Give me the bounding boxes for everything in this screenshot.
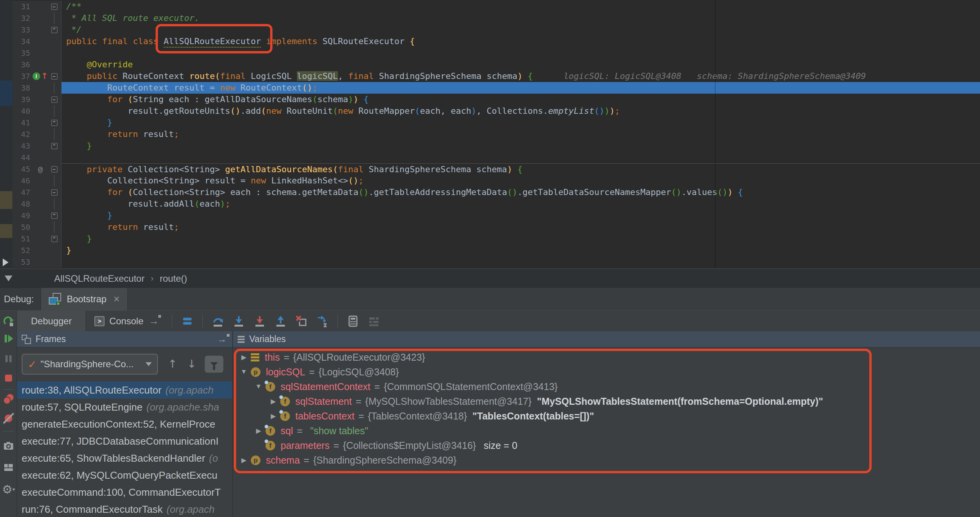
line-number[interactable]: 43 bbox=[12, 140, 32, 152]
line-number[interactable]: 52 bbox=[12, 245, 32, 256]
line-number[interactable]: 34 bbox=[12, 36, 32, 47]
code-text[interactable]: RouteContext result = new RouteContext()… bbox=[62, 82, 980, 94]
variable-row[interactable]: ▶ftablesContext={TablesContext@3418}"Tab… bbox=[233, 409, 980, 423]
step-into-button[interactable] bbox=[232, 315, 245, 328]
fold-marker-icon[interactable]: − bbox=[51, 3, 58, 10]
pause-program-button[interactable] bbox=[2, 352, 15, 365]
class-name-token[interactable]: AllSQLRouteExecutor bbox=[164, 36, 261, 48]
variable-row[interactable]: ▶fsql="show tables" bbox=[233, 423, 980, 438]
step-over-button[interactable] bbox=[211, 315, 224, 328]
line-number[interactable]: 46 bbox=[12, 175, 32, 187]
line-number[interactable]: 48 bbox=[12, 198, 32, 210]
line-number[interactable]: 47 bbox=[12, 187, 32, 198]
rerun-button[interactable] bbox=[0, 311, 17, 331]
line-number[interactable]: 53 bbox=[12, 256, 32, 268]
fold-marker-icon[interactable]: ^ bbox=[51, 27, 58, 33]
next-frame-button[interactable]: ↓ bbox=[187, 359, 196, 370]
code-text[interactable]: public final class AllSQLRouteExecutor i… bbox=[62, 36, 980, 47]
code-text[interactable]: } bbox=[62, 117, 980, 128]
stack-frame-row[interactable]: run:76, CommandExecutorTask(org.apach bbox=[17, 501, 232, 517]
code-text[interactable]: } bbox=[62, 245, 980, 256]
code-text[interactable]: /** bbox=[62, 1, 980, 12]
code-text[interactable]: } bbox=[62, 233, 980, 245]
stack-frame-row[interactable]: execute:62, MySQLComQueryPacketExecu bbox=[17, 467, 232, 484]
thread-dump-camera-button[interactable] bbox=[2, 439, 15, 452]
breadcrumb-method[interactable]: route() bbox=[160, 273, 187, 284]
fold-marker-icon[interactable]: − bbox=[51, 189, 58, 196]
hide-panel-icon[interactable]: → bbox=[217, 334, 227, 345]
stack-frame-row[interactable]: route:57, SQLRouteEngine(org.apache.sha bbox=[17, 399, 232, 416]
stack-frame-row[interactable]: executeCommand:100, CommandExecutorT bbox=[17, 484, 232, 501]
code-text[interactable]: private Collection<String> getAllDataSou… bbox=[62, 163, 980, 175]
expand-arrow-icon[interactable]: ▶ bbox=[252, 427, 266, 435]
expand-right-icon[interactable] bbox=[3, 258, 9, 266]
force-step-into-button[interactable] bbox=[253, 315, 266, 328]
jump-to-output-icon[interactable]: → bbox=[149, 315, 159, 327]
code-text[interactable]: return result; bbox=[62, 221, 980, 233]
line-number[interactable]: 33 bbox=[12, 24, 32, 36]
stack-frame-row[interactable]: route:38, AllSQLRouteExecutor(org.apach bbox=[17, 382, 232, 399]
code-text[interactable]: result.getRouteUnits().add(new RouteUnit… bbox=[62, 105, 980, 117]
variable-row[interactable]: ▶fsqlStatement={MySQLShowTablesStatement… bbox=[233, 394, 980, 409]
code-text[interactable] bbox=[62, 256, 980, 268]
code-text[interactable]: Collection<String> result = new LinkedHa… bbox=[62, 175, 980, 187]
previous-frame-button[interactable]: ↑ bbox=[168, 359, 177, 370]
variable-row[interactable]: ▶this={AllSQLRouteExecutor@3423} bbox=[233, 350, 980, 365]
expand-arrow-icon[interactable]: ▶ bbox=[266, 412, 280, 420]
stack-frame-row[interactable]: execute:77, JDBCDatabaseCommunicationI bbox=[17, 433, 232, 450]
expand-arrow-icon[interactable]: ▶ bbox=[237, 456, 251, 464]
line-number[interactable]: 32 bbox=[12, 12, 32, 24]
expand-arrow-icon[interactable]: ▼ bbox=[237, 368, 251, 376]
fold-marker-icon[interactable]: ^ bbox=[51, 143, 58, 149]
close-icon[interactable]: × bbox=[113, 293, 120, 305]
fold-marker-icon[interactable]: − bbox=[51, 166, 58, 173]
code-text[interactable]: @Override bbox=[62, 59, 980, 70]
code-text[interactable]: } bbox=[62, 210, 980, 221]
variable-row[interactable]: ▼plogicSQL={LogicSQL@3408} bbox=[233, 365, 980, 379]
line-number[interactable]: 40 bbox=[12, 105, 32, 117]
fold-marker-icon[interactable]: ^ bbox=[51, 212, 58, 219]
tab-debugger[interactable]: Debugger bbox=[17, 311, 86, 331]
code-text[interactable]: } bbox=[62, 140, 980, 152]
variable-row[interactable]: ▶pschema={ShardingSphereSchema@3409} bbox=[233, 453, 980, 467]
code-text[interactable]: for (String each : getAllDataSourceNames… bbox=[62, 94, 980, 105]
line-number[interactable]: 31 bbox=[12, 1, 32, 12]
collapse-down-icon[interactable] bbox=[5, 276, 12, 281]
code-text[interactable]: */ bbox=[62, 24, 980, 36]
variable-row[interactable]: ▼fsqlStatementContext={CommonSQLStatemen… bbox=[233, 379, 980, 394]
code-editor[interactable]: 31−/**32 * All SQL route executor.33^ */… bbox=[0, 0, 980, 269]
fold-marker-icon[interactable]: − bbox=[51, 73, 58, 80]
stack-frame-row[interactable]: execute:65, ShowTablesBackendHandler(o bbox=[17, 450, 232, 467]
expand-arrow-icon[interactable]: ▶ bbox=[237, 353, 251, 361]
drop-frame-button[interactable] bbox=[295, 315, 308, 328]
hide-library-frames-toggle[interactable] bbox=[205, 356, 223, 373]
fold-marker-icon[interactable]: ^ bbox=[51, 236, 58, 242]
stop-button[interactable] bbox=[2, 371, 15, 385]
fold-marker-icon[interactable]: − bbox=[51, 96, 58, 103]
line-number[interactable]: 41 bbox=[12, 117, 32, 128]
expand-arrow-icon[interactable]: ▼ bbox=[252, 383, 266, 390]
code-text[interactable]: public RouteContext route(final LogicSQL… bbox=[62, 70, 980, 82]
line-number[interactable]: 50 bbox=[12, 221, 32, 233]
evaluate-expression-button[interactable] bbox=[346, 315, 360, 328]
implementing-method-icon[interactable]: I bbox=[33, 72, 40, 80]
breadcrumb-class[interactable]: AllSQLRouteExecutor bbox=[54, 273, 144, 284]
stack-frame-row[interactable]: generateExecutionContext:52, KernelProce bbox=[17, 416, 232, 433]
line-number[interactable]: 42 bbox=[12, 128, 32, 140]
line-number[interactable]: 39 bbox=[12, 94, 32, 105]
line-number[interactable]: 38 bbox=[12, 82, 32, 94]
code-text[interactable]: * All SQL route executor. bbox=[62, 12, 980, 24]
code-text[interactable]: for (Collection<String> each : schema.ge… bbox=[62, 187, 980, 198]
show-execution-point-button[interactable] bbox=[181, 315, 194, 328]
code-text[interactable]: result.addAll(each); bbox=[62, 198, 980, 210]
navigate-up-arrow-icon[interactable]: ↑ bbox=[41, 72, 48, 80]
settings-gear-button[interactable]: ⚙▾ bbox=[2, 483, 15, 496]
trace-stream-chain-button[interactable] bbox=[367, 315, 380, 328]
code-text[interactable] bbox=[62, 47, 980, 59]
code-text[interactable]: return result; bbox=[62, 128, 980, 140]
step-out-button[interactable] bbox=[274, 315, 287, 328]
tab-console[interactable]: > Console → bbox=[86, 315, 167, 327]
view-breakpoints-button[interactable] bbox=[2, 392, 15, 406]
expand-arrow-icon[interactable]: ▶ bbox=[266, 397, 280, 406]
mute-breakpoints-button[interactable] bbox=[2, 412, 15, 425]
